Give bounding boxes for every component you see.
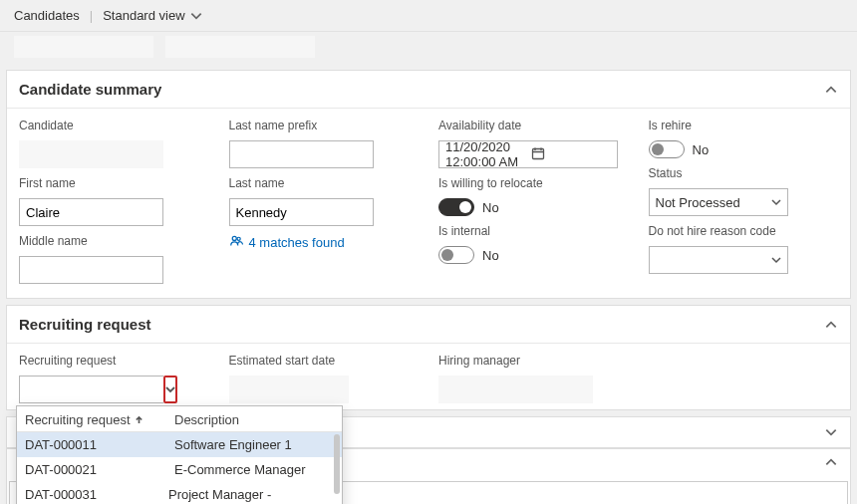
is-rehire-toggle[interactable]: No [649, 140, 839, 158]
chevron-down-icon [165, 384, 175, 394]
candidate-value-placeholder [19, 140, 163, 168]
is-internal-toggle[interactable]: No [438, 246, 629, 264]
breadcrumb-divider: | [90, 8, 93, 23]
is-willing-toggle[interactable]: No [438, 198, 629, 216]
status-select[interactable]: Not Processed [649, 188, 788, 216]
label-hiring-manager: Hiring manager [438, 354, 629, 368]
dropdown-row-id: DAT-000021 [25, 462, 174, 477]
view-label: Standard view [103, 8, 184, 23]
label-last-name: Last name [229, 176, 420, 190]
dropdown-row-desc: E-Commerce Manager [174, 462, 306, 477]
dropdown-row-desc: Software Engineer 1 [174, 437, 292, 452]
sort-asc-icon [135, 412, 143, 427]
collapse-panel-icon[interactable] [824, 83, 838, 97]
recruiting-request-panel: Recruiting request Recruiting request [6, 305, 851, 410]
collapse-panel-icon[interactable] [824, 455, 838, 469]
label-status: Status [649, 166, 839, 180]
chevron-down-icon [189, 9, 203, 23]
chevron-down-icon [771, 253, 781, 268]
last-name-field[interactable] [229, 198, 374, 226]
recruiting-request-lookup-button[interactable] [163, 376, 177, 403]
hiring-manager-placeholder [438, 376, 593, 403]
label-recruiting-request: Recruiting request [19, 354, 209, 368]
is-willing-value: No [482, 200, 499, 215]
is-internal-value: No [482, 248, 499, 263]
dropdown-row-id: DAT-000031 [25, 487, 168, 504]
middle-name-field[interactable] [19, 256, 163, 284]
label-first-name: First name [19, 176, 209, 190]
is-rehire-value: No [693, 142, 710, 157]
chevron-down-icon [824, 425, 838, 439]
dropdown-row-id: DAT-000011 [25, 437, 174, 452]
first-name-field[interactable] [19, 198, 163, 226]
label-is-rehire: Is rehire [649, 119, 839, 132]
ribbon-placeholder [0, 32, 857, 64]
recruiting-request-dropdown: Recruiting request Description DAT-00001… [16, 405, 343, 504]
availability-date-field[interactable]: 11/20/2020 12:00:00 AM [438, 140, 618, 168]
svg-rect-2 [533, 148, 544, 158]
dropdown-col-request[interactable]: Recruiting request [25, 412, 174, 427]
dropdown-row[interactable]: DAT-000021E-Commerce Manager [17, 457, 342, 482]
panel-title: Candidate summary [19, 81, 161, 98]
status-value: Not Processed [656, 195, 740, 210]
label-is-willing: Is willing to relocate [438, 176, 629, 190]
label-is-internal: Is internal [438, 224, 629, 238]
module-breadcrumb[interactable]: Candidates [14, 8, 80, 23]
panel-title: Recruiting request [19, 316, 151, 333]
svg-point-1 [237, 237, 240, 240]
estimated-start-placeholder [229, 376, 349, 403]
dropdown-row[interactable]: DAT-000031Project Manager - Warehouse [17, 482, 342, 504]
label-candidate: Candidate [19, 119, 209, 132]
dropdown-col-description[interactable]: Description [174, 412, 239, 427]
view-switcher[interactable]: Standard view [103, 8, 202, 23]
last-name-prefix-field[interactable] [229, 140, 374, 168]
availability-date-value: 11/20/2020 12:00:00 AM [445, 139, 525, 169]
chevron-down-icon [771, 195, 781, 210]
dropdown-row[interactable]: DAT-000011Software Engineer 1 [17, 432, 342, 457]
label-middle-name: Middle name [19, 234, 209, 248]
do-not-hire-select[interactable] [649, 246, 788, 274]
label-do-not-hire: Do not hire reason code [649, 224, 839, 238]
people-icon [229, 234, 243, 251]
label-last-name-prefix: Last name prefix [229, 119, 420, 132]
recruiting-request-field[interactable] [19, 376, 163, 403]
label-availability-date: Availability date [438, 119, 629, 132]
calendar-icon[interactable] [531, 146, 611, 163]
collapse-panel-icon[interactable] [824, 318, 838, 332]
candidate-summary-panel: Candidate summary Candidate First name M… [6, 70, 851, 299]
matches-found-link[interactable]: 4 matches found [229, 234, 420, 251]
dropdown-row-desc: Project Manager - Warehouse [168, 487, 334, 504]
matches-found-text: 4 matches found [249, 235, 345, 250]
dropdown-scrollbar[interactable] [334, 434, 340, 494]
svg-point-0 [232, 236, 236, 240]
label-estimated-start: Estimated start date [229, 354, 420, 368]
